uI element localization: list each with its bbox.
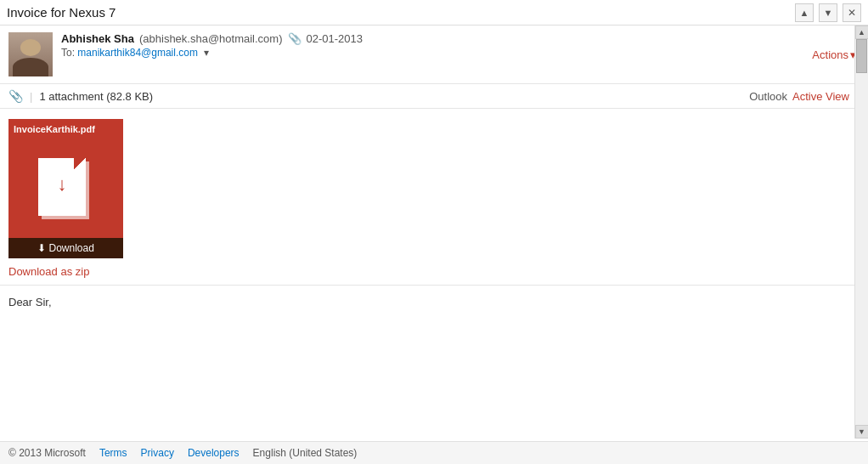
pdf-icon: ↓ <box>38 158 93 222</box>
scrollbar: ▲ ▼ <box>854 25 868 439</box>
scroll-thumb[interactable] <box>856 39 867 73</box>
email-meta: Abhishek Sha (abhishek.sha@hotmail.com) … <box>61 32 809 59</box>
actions-button[interactable]: Actions ▾ <box>809 47 860 63</box>
sender-email: (abhishek.sha@hotmail.com) <box>139 32 283 45</box>
terms-link[interactable]: Terms <box>99 447 127 459</box>
divider: | <box>30 90 32 103</box>
close-button[interactable]: ✕ <box>843 3 861 22</box>
pdf-thumbnail: InvoiceKarthik.pdf ↓ <box>8 119 123 238</box>
attachment-bar: 📎 | 1 attachment (82.8 KB) Outlook Activ… <box>0 84 868 109</box>
active-view-button[interactable]: Active View <box>792 90 849 103</box>
language-label: English (United States) <box>253 447 358 459</box>
attachment-clip-icon: 📎 <box>8 89 23 103</box>
to-line: To: manikarthik84@gmail.com ▾ <box>61 47 809 59</box>
avatar <box>8 32 53 76</box>
pdf-symbol: ↓ <box>58 173 67 195</box>
sender-line: Abhishek Sha (abhishek.sha@hotmail.com) … <box>61 32 809 45</box>
paperclip-icon: 📎 <box>288 32 302 45</box>
nav-up-button[interactable]: ▲ <box>795 3 814 22</box>
footer: © 2013 Microsoft Terms Privacy Developer… <box>0 441 868 464</box>
privacy-link[interactable]: Privacy <box>141 447 174 459</box>
title-bar: Invoice for Nexus 7 ▲ ▼ ✕ <box>0 0 868 25</box>
pdf-attachment[interactable]: InvoiceKarthik.pdf ↓ ⬇ Download <box>8 119 123 258</box>
attachment-count: 1 attachment (82.8 KB) <box>39 90 153 103</box>
scroll-track <box>855 39 868 425</box>
email-body: Dear Sir, <box>0 286 868 319</box>
developers-link[interactable]: Developers <box>188 447 240 459</box>
sender-name: Abhishek Sha <box>61 32 134 45</box>
to-address[interactable]: manikarthik84@gmail.com <box>77 47 198 59</box>
title-nav: ▲ ▼ ✕ <box>795 3 861 22</box>
copyright: © 2013 Microsoft <box>8 447 86 459</box>
email-greeting: Dear Sir, <box>8 296 860 308</box>
nav-down-button[interactable]: ▼ <box>819 3 837 22</box>
outlook-label: Outlook <box>749 90 787 103</box>
to-label: To: <box>61 47 75 59</box>
email-header: Abhishek Sha (abhishek.sha@hotmail.com) … <box>0 25 868 84</box>
attachment-right: Outlook Active View ▴ <box>749 90 860 103</box>
email-date: 02-01-2013 <box>307 32 364 45</box>
avatar-image <box>8 32 53 76</box>
pdf-filename: InvoiceKarthik.pdf <box>14 124 95 134</box>
pdf-download-button[interactable]: ⬇ Download <box>8 238 123 258</box>
scroll-up-button[interactable]: ▲ <box>855 25 869 39</box>
scroll-down-button[interactable]: ▼ <box>855 425 869 439</box>
expand-to-icon[interactable]: ▾ <box>204 47 209 59</box>
download-zip-button[interactable]: Download as zip <box>8 265 860 278</box>
page-title: Invoice for Nexus 7 <box>7 5 116 20</box>
pdf-paper-front: ↓ <box>38 158 86 216</box>
attachment-area: InvoiceKarthik.pdf ↓ ⬇ Download Download… <box>0 109 868 286</box>
